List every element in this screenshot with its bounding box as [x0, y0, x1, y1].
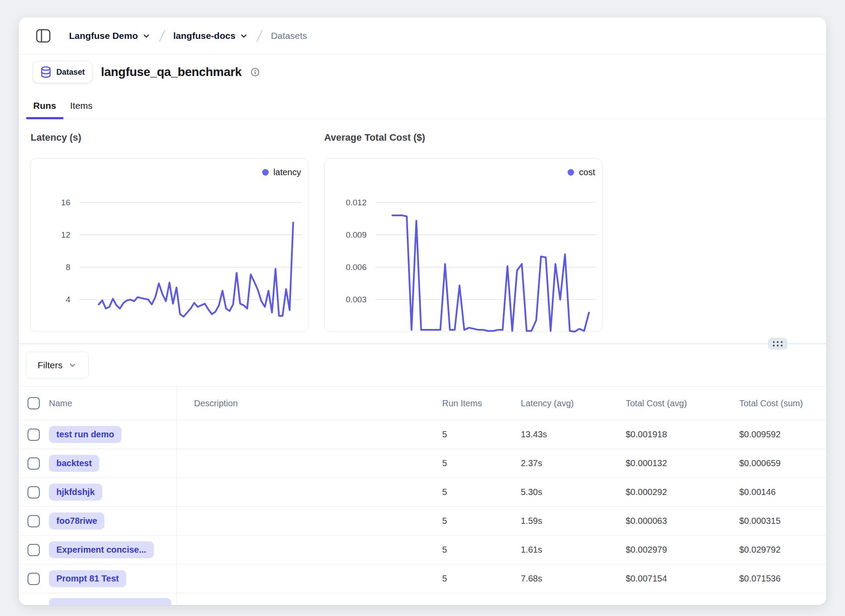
run-name-badge[interactable]: foo78riwe [49, 512, 104, 529]
tab-items[interactable]: Items [63, 100, 100, 119]
breadcrumb-datasets[interactable]: Datasets [271, 31, 307, 41]
filters-button-label: Filters [38, 360, 62, 370]
panel-resize-grip[interactable] [768, 338, 787, 350]
svg-text:0.009: 0.009 [346, 230, 367, 239]
latency-avg-cell: 2.37s [521, 458, 626, 468]
column-divider [177, 386, 177, 605]
column-header-total-cost-sum: Total Cost (sum) [739, 398, 826, 408]
breadcrumb-slash-icon [254, 28, 265, 43]
cost-chart-legend: cost [568, 167, 595, 177]
dataset-title-row: Dataset langfuse_qa_benchmark [33, 61, 260, 83]
svg-text:4: 4 [66, 295, 70, 304]
run-items-cell: 5 [442, 429, 521, 440]
row-checkbox[interactable] [28, 544, 40, 556]
row-checkbox[interactable] [28, 486, 40, 498]
legend-label: cost [579, 167, 595, 177]
legend-dot-icon [262, 169, 269, 176]
svg-text:12: 12 [61, 230, 70, 239]
chevron-down-icon [142, 31, 151, 40]
legend-dot-icon [568, 169, 574, 176]
table-row: foo78riwe 5 1.59s $0.000063 $0.000315 [19, 507, 826, 536]
top-bar: Langfuse Demo langfuse-docs Datasets [19, 17, 826, 55]
filters-button[interactable]: Filters [26, 352, 89, 378]
row-checkbox[interactable] [28, 429, 40, 441]
total-cost-avg-cell: $0.002979 [626, 545, 739, 555]
database-icon [40, 66, 52, 78]
svg-text:0.003: 0.003 [346, 295, 367, 304]
breadcrumb-slash-icon [157, 28, 167, 43]
breadcrumb-org-label: Langfuse Demo [69, 31, 138, 41]
total-cost-avg-cell: $0.001918 [626, 429, 739, 440]
latency-avg-cell: 1.61s [521, 545, 626, 555]
latency-avg-cell: 1.59s [521, 516, 626, 526]
run-name-badge[interactable]: Prompt 81 Test [49, 570, 126, 587]
select-all-checkbox[interactable] [28, 397, 40, 409]
breadcrumb-project-selector[interactable]: langfuse-docs [173, 31, 248, 41]
table-header-row: Name Description Run Items Latency (avg)… [19, 386, 826, 420]
table-row: Experiment concise... 5 1.61s $0.002979 … [19, 536, 826, 564]
partially-visible-run-badge [49, 598, 171, 605]
column-header-name: Name [49, 398, 72, 408]
latency-avg-cell: 7.68s [521, 574, 626, 584]
total-cost-sum-cell: $0.029792 [739, 545, 826, 555]
svg-text:0.006: 0.006 [346, 263, 367, 272]
column-header-latency-avg: Latency (avg) [521, 398, 626, 408]
table-row: backtest 5 2.37s $0.000132 $0.000659 [19, 449, 826, 478]
total-cost-avg-cell: $0.000063 [626, 516, 739, 526]
svg-text:0.012: 0.012 [346, 198, 367, 207]
latency-chart: latency 481216 [30, 158, 308, 332]
main-card: Langfuse Demo langfuse-docs Datasets [19, 17, 826, 605]
chevron-down-icon [239, 31, 248, 40]
dataset-type-badge: Dataset [33, 61, 92, 83]
page-title: langfuse_qa_benchmark [101, 65, 242, 79]
latency-line-chart: 481216 [31, 159, 309, 332]
chevron-down-icon [68, 361, 77, 370]
info-icon[interactable] [250, 67, 260, 77]
breadcrumb: Langfuse Demo langfuse-docs Datasets [69, 28, 307, 43]
latency-avg-cell: 13.43s [521, 429, 626, 440]
panel-left-icon [35, 28, 52, 44]
row-checkbox[interactable] [28, 515, 40, 527]
run-name-badge[interactable]: hjkfdshjk [49, 484, 102, 501]
table-row: test run demo 5 13.43s $0.001918 $0.0095… [19, 420, 826, 449]
run-name-badge[interactable]: test run demo [49, 426, 121, 443]
row-checkbox[interactable] [28, 457, 40, 470]
run-name-badge[interactable]: backtest [49, 455, 99, 472]
total-cost-sum-cell: $0.00146 [739, 487, 826, 497]
breadcrumb-project-label: langfuse-docs [173, 31, 235, 41]
latency-chart-title: Latency (s) [31, 132, 81, 143]
svg-text:16: 16 [61, 198, 70, 207]
breadcrumb-org-selector[interactable]: Langfuse Demo [69, 31, 151, 41]
cost-line-chart: 0.0030.0060.0090.012 [325, 159, 603, 332]
latency-chart-legend: latency [262, 167, 301, 177]
run-items-cell: 5 [442, 574, 521, 584]
run-items-cell: 5 [442, 458, 521, 468]
run-items-cell: 5 [442, 516, 521, 526]
column-header-description: Description [177, 398, 442, 408]
svg-text:8: 8 [66, 263, 70, 272]
tab-bar: Runs Items [19, 95, 826, 119]
total-cost-avg-cell: $0.000132 [626, 458, 739, 468]
tab-runs[interactable]: Runs [26, 100, 63, 119]
dataset-badge-label: Dataset [56, 68, 85, 77]
run-items-cell: 5 [442, 487, 521, 497]
total-cost-sum-cell: $0.009592 [739, 429, 826, 440]
column-header-run-items: Run Items [442, 398, 521, 408]
total-cost-avg-cell: $0.007154 [626, 574, 739, 584]
column-header-total-cost-avg: Total Cost (avg) [626, 398, 739, 408]
latency-avg-cell: 5.30s [521, 487, 626, 497]
total-cost-avg-cell: $0.000292 [626, 487, 739, 497]
run-name-badge[interactable]: Experiment concise... [49, 541, 154, 558]
runs-table: Name Description Run Items Latency (avg)… [19, 386, 826, 593]
table-row: hjkfdshjk 5 5.30s $0.000292 $0.00146 [19, 478, 826, 507]
panel-divider [19, 343, 826, 344]
cost-chart: cost 0.0030.0060.0090.012 [324, 158, 603, 332]
grip-dots-icon [773, 341, 783, 346]
row-checkbox[interactable] [28, 573, 40, 585]
legend-label: latency [274, 167, 301, 177]
sidebar-toggle-button[interactable] [35, 28, 52, 44]
cost-chart-title: Average Total Cost ($) [324, 132, 425, 143]
run-items-cell: 5 [442, 545, 521, 555]
total-cost-sum-cell: $0.000659 [739, 458, 826, 468]
total-cost-sum-cell: $0.000315 [739, 516, 826, 526]
